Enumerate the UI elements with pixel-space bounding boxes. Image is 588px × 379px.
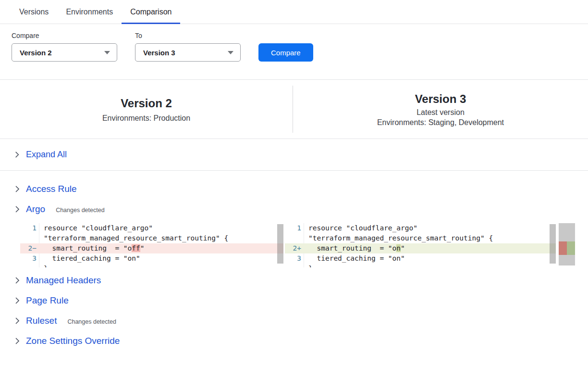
code-text: resource "cloudflare_argo"	[39, 223, 283, 233]
chevron-right-icon	[13, 185, 21, 193]
code-text: "terraform_managed_resource_smart_routin…	[39, 233, 283, 243]
code-text: tiered_caching = "on"	[39, 253, 283, 264]
code-text: }	[304, 264, 556, 267]
diff-line: 3 tiered_caching = "on"	[285, 253, 556, 264]
line-number	[20, 233, 39, 243]
line-number: 3	[285, 253, 304, 264]
code-text: smart_routing = "off"	[39, 243, 283, 253]
changes-detected-badge: Changes detected	[56, 207, 104, 214]
section-zone-settings-override[interactable]: Zone Settings Override	[0, 336, 588, 346]
diff-line: "terraform_managed_resource_smart_routin…	[20, 233, 283, 243]
chevron-right-icon	[13, 317, 21, 325]
scrollbar-thumb[interactable]	[550, 224, 556, 264]
version-headers: Version 2 Environments: Production Versi…	[0, 79, 588, 139]
version-left-title: Version 2	[0, 96, 293, 111]
section-label: Page Rule	[26, 295, 69, 306]
section-managed-headers[interactable]: Managed Headers	[0, 275, 588, 286]
compare-from-value: Version 2	[20, 49, 52, 57]
code-text: smart_routing = "on"	[304, 243, 556, 253]
version-left-header: Version 2 Environments: Production	[0, 96, 293, 122]
compare-to-field: To Version 3	[135, 32, 241, 62]
compare-to-label: To	[135, 32, 241, 39]
diff-overview-ruler[interactable]	[559, 223, 575, 265]
chevron-right-icon	[13, 277, 21, 284]
version-right-environments: Environments: Staging, Development	[293, 118, 588, 127]
tab-versions[interactable]: Versions	[11, 1, 57, 24]
diff-line-added: 2+ smart_routing = "on"	[285, 243, 556, 253]
compare-from-select[interactable]: Version 2	[12, 43, 117, 62]
expand-all-label: Expand All	[26, 150, 67, 160]
section-page-rule[interactable]: Page Rule	[0, 295, 588, 306]
compare-button[interactable]: Compare	[258, 43, 313, 62]
compare-from-field: Compare Version 2	[12, 32, 117, 62]
argo-diff-viewer: 1 resource "cloudflare_argo" "terraform_…	[20, 223, 588, 267]
line-number: 3	[20, 253, 39, 264]
diff-line: }	[285, 264, 556, 267]
chevron-right-icon	[13, 297, 21, 304]
changes-detected-badge: Changes detected	[67, 318, 116, 325]
version-right-subtitle: Latest version	[293, 108, 588, 117]
section-label: Ruleset	[26, 316, 57, 326]
section-argo[interactable]: Argo Changes detected	[0, 204, 588, 215]
line-number: 1	[20, 223, 39, 233]
version-right-header: Version 3 Latest version Environments: S…	[293, 91, 588, 127]
diff-line: 1 resource "cloudflare_argo"	[285, 223, 556, 233]
tab-environments[interactable]: Environments	[57, 1, 122, 24]
line-number: 2+	[285, 243, 304, 253]
line-number	[20, 264, 39, 267]
diff-pane-new: 1 resource "cloudflare_argo" "terraform_…	[285, 223, 556, 267]
code-text: tiered_caching = "on"	[304, 253, 556, 264]
removed-token: ff	[132, 244, 140, 252]
section-label: Argo	[26, 204, 45, 215]
version-right-title: Version 3	[293, 91, 588, 106]
compare-controls: Compare Version 2 To Version 3 Compare	[0, 24, 588, 62]
code-text: }	[39, 264, 283, 267]
compare-to-select[interactable]: Version 3	[135, 43, 241, 62]
added-token: n	[396, 244, 401, 252]
chevron-down-icon	[104, 51, 110, 54]
chevron-right-icon	[13, 337, 21, 345]
diff-line: 3 tiered_caching = "on"	[20, 253, 283, 264]
chevron-right-icon	[13, 151, 21, 158]
line-number: 1	[285, 223, 304, 233]
diff-line: "terraform_managed_resource_smart_routin…	[285, 233, 556, 243]
diff-change-marker	[559, 241, 575, 255]
section-label: Managed Headers	[26, 275, 101, 286]
compare-from-label: Compare	[12, 32, 117, 39]
diff-line-removed: 2− smart_routing = "off"	[20, 243, 283, 253]
section-label: Zone Settings Override	[26, 336, 120, 346]
chevron-right-icon	[13, 205, 21, 213]
line-number	[285, 233, 304, 243]
deletion-marker	[559, 241, 567, 255]
expand-all-toggle[interactable]: Expand All	[0, 139, 588, 171]
compare-to-value: Version 3	[143, 49, 175, 57]
section-ruleset[interactable]: Ruleset Changes detected	[0, 316, 588, 326]
tab-comparison[interactable]: Comparison	[122, 1, 180, 24]
scrollbar-thumb[interactable]	[277, 224, 283, 264]
code-text: resource "cloudflare_argo"	[304, 223, 556, 233]
code-text: "terraform_managed_resource_smart_routin…	[304, 233, 556, 243]
section-access-rule[interactable]: Access Rule	[0, 184, 588, 194]
version-left-environments: Environments: Production	[0, 114, 293, 123]
line-number: 2−	[20, 243, 39, 253]
chevron-down-icon	[228, 51, 233, 54]
diff-line: }	[20, 264, 283, 267]
diff-line: 1 resource "cloudflare_argo"	[20, 223, 283, 233]
addition-marker	[567, 241, 575, 255]
line-number	[285, 264, 304, 267]
section-label: Access Rule	[26, 184, 77, 194]
tab-bar: Versions Environments Comparison	[0, 1, 588, 24]
diff-pane-old: 1 resource "cloudflare_argo" "terraform_…	[20, 223, 283, 267]
